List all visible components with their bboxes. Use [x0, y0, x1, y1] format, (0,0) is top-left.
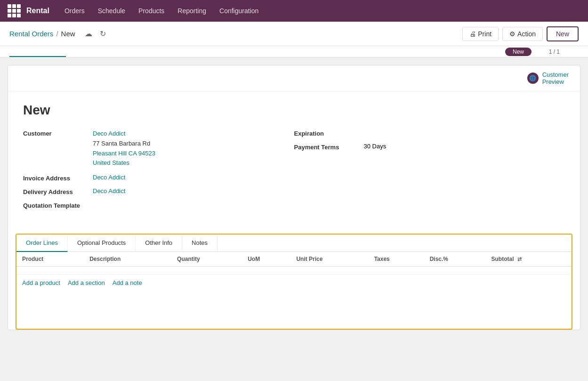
- customer-preview-button[interactable]: 🌐 CustomerPreview: [524, 69, 572, 87]
- delivery-address-value[interactable]: Deco Addict: [93, 187, 125, 195]
- add-product-link[interactable]: Add a product: [22, 279, 60, 286]
- nav-products[interactable]: Products: [133, 3, 170, 18]
- add-row-actions: Add a product Add a section Add a note: [16, 275, 572, 291]
- main-content: 🌐 CustomerPreview New Customer Deco Addi…: [0, 57, 588, 381]
- header-actions: 🖨 Print ⚙ Action New: [462, 26, 579, 41]
- action-button[interactable]: ⚙ Action: [502, 27, 543, 41]
- print-button[interactable]: 🖨 Print: [462, 27, 499, 41]
- tab-other-info[interactable]: Other Info: [136, 235, 182, 251]
- form-left: Customer Deco Addict 77 Santa Barbara Rd…: [23, 129, 294, 215]
- quotation-template-label: Quotation Template: [23, 201, 89, 209]
- payment-terms-field-row: Payment Terms 30 Days: [294, 143, 554, 151]
- col-disc: Disc.%: [424, 252, 486, 267]
- nav-schedule[interactable]: Schedule: [92, 3, 131, 18]
- form-right: Expiration Payment Terms 30 Days: [294, 129, 565, 215]
- order-lines-table: Product Description Quantity UoM Unit Pr…: [16, 252, 572, 275]
- customer-value[interactable]: Deco Addict 77 Santa Barbara Rd Pleasant…: [93, 129, 155, 168]
- breadcrumb-parent[interactable]: Rental Orders: [9, 30, 53, 38]
- payment-terms-label: Payment Terms: [294, 143, 360, 151]
- breadcrumb-icons: ☁ ↻: [83, 28, 108, 39]
- col-quantity: Quantity: [171, 252, 242, 267]
- table-body: [16, 267, 572, 275]
- table-header-row: Product Description Quantity UoM Unit Pr…: [16, 252, 572, 267]
- record-navigation: 1 / 1: [549, 49, 560, 55]
- tab-order-lines[interactable]: Order Lines: [16, 235, 68, 252]
- form-fields: Customer Deco Addict 77 Santa Barbara Rd…: [23, 129, 565, 215]
- tab-notes[interactable]: Notes: [182, 235, 217, 251]
- status-pill[interactable]: New: [505, 48, 532, 56]
- add-note-link[interactable]: Add a note: [113, 279, 142, 286]
- action-label: Action: [517, 30, 536, 38]
- form-title: New: [23, 103, 565, 118]
- app-name[interactable]: Rental: [26, 7, 49, 15]
- new-button[interactable]: New: [547, 26, 579, 41]
- col-product: Product: [16, 252, 84, 267]
- breadcrumb-current: New: [61, 30, 75, 38]
- customer-preview-bar: 🌐 CustomerPreview: [8, 65, 580, 91]
- breadcrumb-bar: Rental Orders / New ☁ ↻ 🖨 Print ⚙ Action…: [0, 22, 588, 46]
- invoice-address-field-row: Invoice Address Deco Addict: [23, 174, 283, 182]
- empty-row: [16, 267, 572, 275]
- form-body: New Customer Deco Addict 77 Santa Barbar…: [8, 91, 580, 226]
- col-uom: UoM: [242, 252, 290, 267]
- cloud-icon[interactable]: ☁: [83, 28, 94, 39]
- customer-country: United States: [93, 158, 155, 168]
- progress-line: [9, 56, 66, 57]
- globe-icon: 🌐: [527, 73, 539, 84]
- col-subtotal: Subtotal ⇄: [486, 252, 572, 267]
- tab-optional-products[interactable]: Optional Products: [68, 235, 136, 251]
- payment-terms-value[interactable]: 30 Days: [364, 143, 387, 150]
- nav-orders[interactable]: Orders: [59, 3, 90, 18]
- invoice-address-value[interactable]: Deco Addict: [93, 174, 125, 181]
- top-nav: Rental Orders Schedule Products Reportin…: [0, 0, 588, 22]
- col-taxes: Taxes: [369, 252, 424, 267]
- breadcrumb: Rental Orders / New ☁ ↻: [9, 28, 462, 39]
- delivery-address-label: Delivery Address: [23, 187, 89, 195]
- customer-name[interactable]: Deco Addict: [93, 129, 155, 139]
- delivery-address-field-row: Delivery Address Deco Addict: [23, 187, 283, 195]
- add-section-link[interactable]: Add a section: [68, 279, 105, 286]
- customer-city: Pleasant Hill CA 94523: [93, 149, 155, 159]
- quotation-template-field-row: Quotation Template: [23, 201, 283, 209]
- nav-reporting[interactable]: Reporting: [172, 3, 212, 18]
- customer-label: Customer: [23, 129, 89, 137]
- expiration-field-row: Expiration: [294, 129, 554, 137]
- sort-icon[interactable]: ⇄: [517, 256, 522, 262]
- customer-field-row: Customer Deco Addict 77 Santa Barbara Rd…: [23, 129, 283, 168]
- breadcrumb-separator: /: [56, 30, 58, 38]
- status-bar: New 1 / 1: [0, 46, 588, 57]
- expiration-label: Expiration: [294, 129, 360, 137]
- gear-icon: ⚙: [509, 30, 516, 38]
- customer-preview-label: CustomerPreview: [542, 71, 569, 85]
- nav-configuration[interactable]: Configuration: [214, 3, 264, 18]
- bottom-space: [16, 291, 572, 329]
- print-label: Print: [478, 30, 491, 38]
- app-logo[interactable]: [8, 4, 21, 17]
- print-icon: 🖨: [469, 30, 476, 38]
- form-card: 🌐 CustomerPreview New Customer Deco Addi…: [8, 65, 580, 330]
- invoice-address-label: Invoice Address: [23, 174, 89, 182]
- col-unit-price: Unit Price: [290, 252, 368, 267]
- refresh-icon[interactable]: ↻: [98, 28, 108, 39]
- tabs-header: Order Lines Optional Products Other Info…: [16, 235, 572, 252]
- tabs-section: Order Lines Optional Products Other Info…: [16, 234, 572, 330]
- customer-address1: 77 Santa Barbara Rd: [93, 139, 155, 149]
- col-description: Description: [84, 252, 171, 267]
